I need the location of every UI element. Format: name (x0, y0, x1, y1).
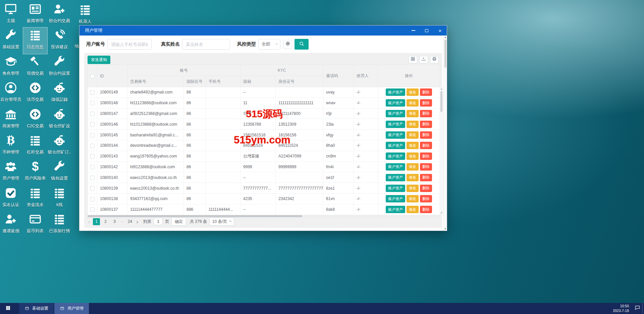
edit-button[interactable]: 修改 (407, 185, 419, 192)
page-button[interactable]: 24 (126, 218, 133, 225)
table-vertical-scrollbar[interactable]: ▲ ▼ (440, 87, 443, 215)
desktop-icon[interactable]: 资金流水 (23, 185, 48, 211)
row-checkbox[interactable] (90, 101, 95, 105)
row-checkbox[interactable] (90, 207, 95, 212)
delete-button[interactable]: 删除 (420, 185, 432, 192)
next-page-icon[interactable]: › (136, 219, 139, 225)
desktop-icon[interactable]: k线 (47, 185, 72, 211)
send-notice-button[interactable]: 发送通知 (88, 56, 110, 64)
row-checkbox[interactable] (90, 186, 95, 191)
maximize-button[interactable] (420, 25, 433, 36)
window-titlebar[interactable]: 用户管理 × (79, 25, 447, 36)
desktop-icon[interactable]: 投诉建议 (47, 27, 72, 54)
desktop-icon[interactable]: 商家管理 (0, 107, 23, 133)
assets-button[interactable]: 账户资产 (386, 121, 405, 128)
desktop-icon[interactable]: 锁仓挖矿订.. (47, 133, 72, 159)
desktop-icon[interactable]: 用户管理 (0, 159, 23, 185)
taskbar-item-basic-settings[interactable]: 基础设置 (19, 303, 54, 314)
scroll-up-icon[interactable]: ▲ (440, 88, 443, 90)
desktop-icon[interactable]: 主题 (0, 1, 23, 27)
desktop-icon[interactable]: 后台管理员 (0, 80, 23, 106)
column-settings-button[interactable] (283, 40, 292, 49)
edit-button[interactable]: 修改 (407, 174, 419, 181)
desktop-icon[interactable]: 角色管理 (0, 54, 23, 80)
edit-button[interactable]: 修改 (407, 99, 419, 107)
assets-button[interactable]: 账户资产 (386, 206, 405, 213)
delete-button[interactable]: 删除 (420, 152, 432, 160)
notifications-button[interactable] (632, 303, 642, 314)
search-button[interactable] (294, 39, 309, 50)
row-checkbox[interactable] (90, 197, 95, 201)
assets-button[interactable]: 账户资产 (386, 163, 405, 171)
account-input[interactable] (107, 39, 152, 50)
edit-button[interactable]: 修改 (407, 206, 419, 213)
desktop-icon-robot[interactable]: 机器人 (73, 2, 97, 24)
row-checkbox[interactable] (90, 90, 95, 95)
assets-button[interactable]: 账户资产 (386, 142, 405, 149)
confirm-button[interactable]: 确定 (171, 217, 186, 226)
window-vertical-scrollbar[interactable]: ▲ ▼ (443, 36, 447, 231)
delete-button[interactable]: 删除 (420, 163, 432, 171)
minimize-button[interactable] (407, 25, 420, 36)
risk-type-select[interactable]: 全部 (258, 39, 280, 50)
desktop-icon[interactable]: 杠杆交易 (23, 133, 48, 159)
desktop-icon[interactable]: 锁仓挖矿设 (47, 107, 72, 133)
delete-button[interactable]: 删除 (420, 195, 432, 202)
show-desktop-button[interactable] (642, 303, 644, 314)
desktop-icon[interactable]: $用户风险率 (23, 159, 48, 185)
scroll-down-icon[interactable]: ▼ (440, 212, 443, 214)
print-button[interactable] (430, 56, 439, 63)
delete-button[interactable]: 删除 (420, 206, 432, 213)
prev-page-icon[interactable]: ‹ (88, 219, 91, 225)
edit-button[interactable]: 修改 (407, 131, 419, 139)
export-button[interactable] (419, 56, 428, 63)
row-checkbox[interactable] (90, 133, 95, 137)
goto-page-input[interactable] (154, 218, 163, 225)
desktop-icon[interactable]: 法币交易 (23, 80, 48, 106)
scrollbar-thumb[interactable] (440, 91, 442, 112)
desktop-icon[interactable]: 钱包设置 (47, 159, 72, 185)
desktop-icon[interactable]: 基础设置 (0, 27, 23, 54)
select-all-checkbox[interactable] (90, 74, 95, 78)
desktop-icon[interactable]: 新闻管理 (23, 1, 48, 27)
desktop-icon[interactable]: 現價交易 (23, 54, 48, 80)
desktop-icon[interactable]: 提币列表 (23, 211, 48, 238)
assets-button[interactable]: 账户资产 (386, 195, 405, 202)
row-checkbox[interactable] (90, 144, 95, 148)
taskbar-item-user-management[interactable]: 用户管理 (54, 303, 89, 314)
taskbar-clock[interactable]: 10:50 2023-7-18 (613, 303, 632, 314)
delete-button[interactable]: 删除 (420, 110, 432, 117)
row-checkbox[interactable] (90, 165, 95, 169)
desktop-icon[interactable]: C2C交易 (23, 107, 48, 133)
delete-button[interactable]: 删除 (420, 99, 432, 107)
delete-button[interactable]: 删除 (420, 142, 432, 149)
start-button[interactable] (0, 303, 16, 314)
scroll-down-icon[interactable]: ▼ (444, 228, 447, 230)
edit-button[interactable]: 修改 (407, 163, 419, 171)
desktop-icon[interactable]: 邀请返佣 (0, 211, 23, 238)
desktop-icon[interactable]: 秒合约设置 (47, 54, 72, 80)
row-checkbox[interactable] (90, 154, 95, 159)
desktop-icon[interactable]: 日志信息 (23, 27, 48, 54)
desktop-icon[interactable]: 已添加行情 (47, 211, 72, 238)
desktop-icon[interactable]: 实名认证 (0, 185, 23, 211)
assets-button[interactable]: 账户资产 (386, 131, 405, 139)
assets-button[interactable]: 账户资产 (386, 174, 405, 181)
delete-button[interactable]: 删除 (420, 88, 432, 96)
assets-button[interactable]: 账户资产 (386, 152, 405, 160)
edit-button[interactable]: 修改 (407, 110, 419, 117)
row-checkbox[interactable] (90, 112, 95, 116)
assets-button[interactable]: 账户资产 (386, 185, 405, 192)
delete-button[interactable]: 删除 (420, 174, 432, 181)
desktop-icon[interactable]: B币种管理 (0, 133, 23, 159)
scroll-up-icon[interactable]: ▲ (444, 36, 447, 38)
grid-view-button[interactable] (409, 56, 417, 63)
edit-button[interactable]: 修改 (407, 142, 419, 149)
page-size-select[interactable]: 10 条/页 (209, 217, 234, 226)
assets-button[interactable]: 账户资产 (386, 99, 405, 107)
page-button[interactable]: 3 (111, 218, 118, 225)
close-button[interactable]: × (433, 25, 447, 36)
row-checkbox[interactable] (90, 122, 95, 127)
scrollbar-thumb[interactable] (444, 40, 446, 68)
edit-button[interactable]: 修改 (407, 88, 419, 96)
